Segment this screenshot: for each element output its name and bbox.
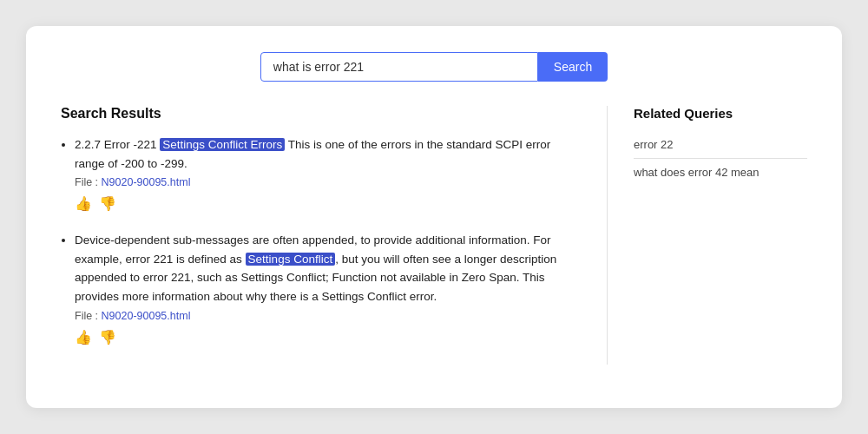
result-item: 2.2.7 Error -221 Settings Conflict Error… [61,135,581,212]
thumbs-up-button-1[interactable]: 👍 [75,195,92,212]
feedback-row-2: 👍 👎 [75,329,581,345]
results-title: Search Results [61,106,581,122]
thumbs-down-button-2[interactable]: 👎 [99,329,116,345]
result-highlight-2: Settings Conflict [246,253,336,266]
search-button[interactable]: Search [538,52,608,82]
search-bar-row: Search [61,52,807,82]
content-area: Search Results 2.2.7 Error -221 Settings… [61,106,807,365]
related-item-1[interactable]: what does error 42 mean [634,159,807,186]
thumbs-up-button-2[interactable]: 👍 [75,329,92,345]
result-text-1: 2.2.7 Error -221 Settings Conflict Error… [75,135,581,173]
file-label-2: File : [75,310,102,322]
related-section: Related Queries error 22 what does error… [634,106,807,365]
file-label-1: File : [75,176,102,188]
file-link-anchor-1[interactable]: N9020-90095.html [102,176,191,188]
search-input[interactable] [260,52,538,82]
file-link-2: File : N9020-90095.html [75,310,581,322]
file-link-anchor-2[interactable]: N9020-90095.html [102,310,191,322]
feedback-row-1: 👍 👎 [75,195,581,212]
result-highlight-1: Settings Conflict Errors [160,138,285,151]
results-section: Search Results 2.2.7 Error -221 Settings… [61,106,608,365]
related-item-0[interactable]: error 22 [634,131,807,159]
thumbs-down-button-1[interactable]: 👎 [99,195,116,212]
result-text-2: Device-dependent sub-messages are often … [75,231,581,306]
main-window: Search Search Results 2.2.7 Error -221 S… [26,26,842,408]
file-link-1: File : N9020-90095.html [75,176,581,188]
related-title: Related Queries [634,106,807,121]
result-item-2: Device-dependent sub-messages are often … [61,231,581,345]
result-text-before-1: 2.2.7 Error -221 [75,138,160,151]
